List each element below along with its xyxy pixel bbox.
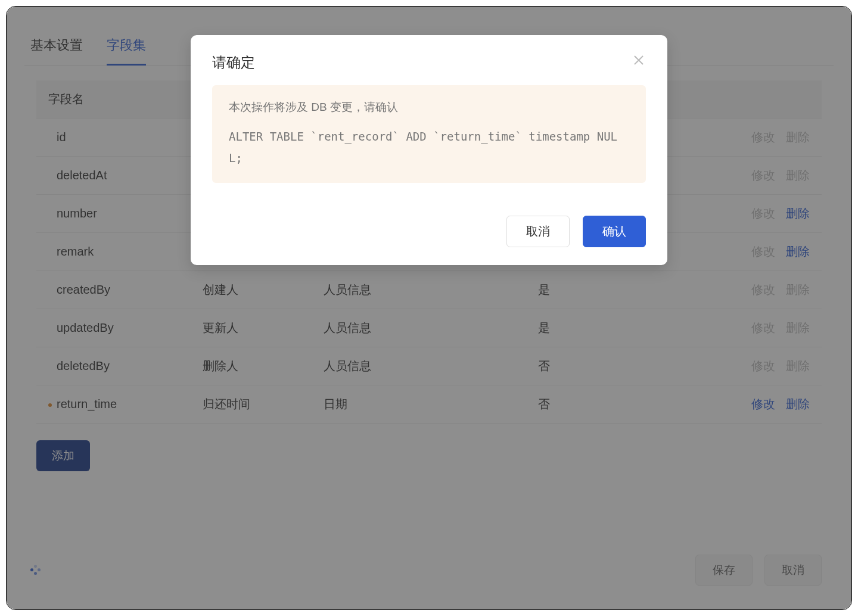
- modal-warning-text: 本次操作将涉及 DB 变更，请确认: [229, 99, 629, 115]
- modal-confirm-button[interactable]: 确认: [583, 216, 646, 247]
- modal-sql-text: ALTER TABLE `rent_record` ADD `return_ti…: [229, 126, 629, 169]
- modal-cancel-button[interactable]: 取消: [506, 216, 570, 247]
- modal-title: 请确定: [212, 53, 632, 72]
- close-icon[interactable]: [632, 53, 646, 67]
- confirm-modal: 请确定 本次操作将涉及 DB 变更，请确认 ALTER TABLE `rent_…: [191, 35, 667, 265]
